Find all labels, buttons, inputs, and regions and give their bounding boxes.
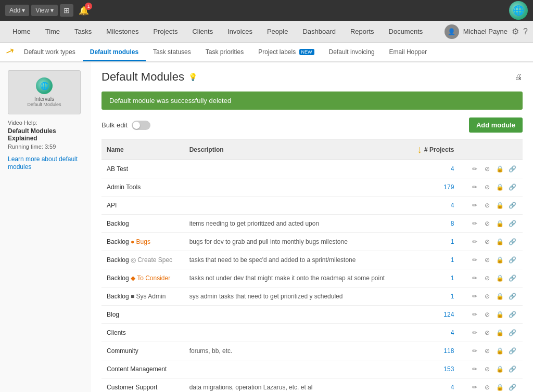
- delete-icon[interactable]: ⊘: [482, 328, 492, 338]
- print-button[interactable]: 🖨: [514, 72, 523, 82]
- delete-icon[interactable]: ⊘: [482, 291, 492, 302]
- edit-icon[interactable]: ✏: [469, 364, 480, 374]
- subnav-work-types[interactable]: Default work types: [17, 44, 83, 61]
- lock-icon[interactable]: 🔒: [494, 309, 505, 320]
- lock-icon[interactable]: 🔒: [494, 364, 505, 374]
- project-count-link[interactable]: 1: [451, 275, 454, 282]
- nav-tasks[interactable]: Tasks: [67, 22, 99, 41]
- nav-projects[interactable]: Projects: [146, 22, 185, 41]
- link-icon[interactable]: 🔗: [507, 273, 517, 283]
- edit-icon[interactable]: ✏: [469, 382, 480, 392]
- link-icon[interactable]: 🔗: [507, 218, 517, 229]
- lock-icon[interactable]: 🔒: [494, 346, 505, 356]
- lock-icon[interactable]: 🔒: [494, 164, 505, 174]
- edit-icon[interactable]: ✏: [469, 273, 480, 283]
- link-icon[interactable]: 🔗: [507, 200, 517, 211]
- edit-icon[interactable]: ✏: [469, 218, 480, 229]
- grid-icon-button[interactable]: ⊞: [60, 4, 73, 17]
- edit-icon[interactable]: ✏: [469, 309, 480, 320]
- project-count-link[interactable]: 124: [443, 311, 454, 318]
- lock-icon[interactable]: 🔒: [494, 291, 505, 302]
- help-icon[interactable]: ?: [523, 27, 528, 36]
- delete-icon[interactable]: ⊘: [482, 382, 492, 392]
- lock-icon[interactable]: 🔒: [494, 182, 505, 192]
- subnav-priorities[interactable]: Task priorities: [198, 44, 251, 61]
- nav-milestones[interactable]: Milestones: [99, 22, 146, 41]
- delete-icon[interactable]: ⊘: [482, 364, 492, 374]
- nav-time[interactable]: Time: [38, 22, 67, 41]
- edit-icon[interactable]: ✏: [469, 182, 480, 192]
- lock-icon[interactable]: 🔒: [494, 200, 505, 211]
- edit-icon[interactable]: ✏: [469, 164, 480, 174]
- link-icon[interactable]: 🔗: [507, 309, 517, 320]
- video-thumb-label: Intervals: [34, 96, 54, 102]
- video-thumbnail[interactable]: 🌐 Intervals Default Modules: [8, 70, 81, 114]
- col-projects-label: # Projects: [424, 146, 454, 153]
- view-button[interactable]: View ▾: [31, 5, 58, 16]
- nav-dashboard[interactable]: Dashboard: [295, 22, 343, 41]
- edit-icon[interactable]: ✏: [469, 291, 480, 302]
- link-icon[interactable]: 🔗: [507, 164, 517, 174]
- subnav-arrow-indicator: ↙: [3, 45, 16, 59]
- subnav-email-hopper[interactable]: Email Hopper: [382, 44, 435, 61]
- link-icon[interactable]: 🔗: [507, 255, 517, 265]
- link-icon[interactable]: 🔗: [507, 382, 517, 392]
- link-icon[interactable]: 🔗: [507, 237, 517, 247]
- modules-table: Name Description ↓ # Projects AB Test4 ✏…: [101, 139, 523, 392]
- edit-icon[interactable]: ✏: [469, 346, 480, 356]
- project-count-link[interactable]: 8: [451, 220, 454, 227]
- learn-more-link[interactable]: Learn more about default modules: [8, 155, 78, 171]
- delete-icon[interactable]: ⊘: [482, 346, 492, 356]
- project-count-link[interactable]: 4: [451, 202, 454, 209]
- lock-icon[interactable]: 🔒: [494, 255, 505, 265]
- link-icon[interactable]: 🔗: [507, 182, 517, 192]
- lock-icon[interactable]: 🔒: [494, 273, 505, 283]
- settings-icon[interactable]: ⚙: [512, 27, 519, 36]
- delete-icon[interactable]: ⊘: [482, 273, 492, 283]
- edit-icon[interactable]: ✏: [469, 237, 480, 247]
- project-count-link[interactable]: 153: [443, 365, 454, 373]
- subnav-labels[interactable]: Project labels NEW: [251, 44, 321, 61]
- delete-icon[interactable]: ⊘: [482, 218, 492, 229]
- delete-icon[interactable]: ⊘: [482, 182, 492, 192]
- project-count-link[interactable]: 4: [451, 384, 454, 391]
- info-icon[interactable]: 💡: [188, 73, 197, 81]
- project-count-link[interactable]: 118: [443, 347, 454, 355]
- bell-button[interactable]: 🔔 1: [79, 6, 89, 16]
- nav-home[interactable]: Home: [5, 22, 38, 41]
- link-icon[interactable]: 🔗: [507, 364, 517, 374]
- delete-icon[interactable]: ⊘: [482, 309, 492, 320]
- lock-icon[interactable]: 🔒: [494, 218, 505, 229]
- add-button[interactable]: Add ▾: [5, 5, 29, 16]
- edit-icon[interactable]: ✏: [469, 328, 480, 338]
- link-icon[interactable]: 🔗: [507, 291, 517, 302]
- lock-icon[interactable]: 🔒: [494, 237, 505, 247]
- delete-icon[interactable]: ⊘: [482, 164, 492, 174]
- add-module-button[interactable]: Add module: [469, 117, 523, 133]
- nav-documents[interactable]: Documents: [382, 22, 430, 41]
- nav-people[interactable]: People: [260, 22, 295, 41]
- nav-clients[interactable]: Clients: [185, 22, 220, 41]
- delete-icon[interactable]: ⊘: [482, 255, 492, 265]
- nav-reports[interactable]: Reports: [343, 22, 382, 41]
- link-icon[interactable]: 🔗: [507, 328, 517, 338]
- delete-icon[interactable]: ⊘: [482, 237, 492, 247]
- project-count-link[interactable]: 179: [443, 184, 454, 191]
- subnav-invoicing[interactable]: Default invoicing: [322, 44, 382, 61]
- bulk-edit-toggle[interactable]: [132, 121, 150, 130]
- project-count-link[interactable]: 1: [451, 238, 454, 245]
- subnav-modules[interactable]: Default modules: [83, 44, 146, 61]
- edit-icon[interactable]: ✏: [469, 255, 480, 265]
- project-count-link[interactable]: 1: [451, 293, 454, 300]
- lock-icon[interactable]: 🔒: [494, 328, 505, 338]
- delete-icon[interactable]: ⊘: [482, 200, 492, 211]
- edit-icon[interactable]: ✏: [469, 200, 480, 211]
- view-label: View: [35, 7, 49, 14]
- nav-invoices[interactable]: Invoices: [220, 22, 260, 41]
- lock-icon[interactable]: 🔒: [494, 382, 505, 392]
- project-count-link[interactable]: 1: [451, 256, 454, 264]
- project-count-link[interactable]: 4: [451, 165, 454, 173]
- subnav-statuses[interactable]: Task statuses: [146, 44, 198, 61]
- project-count-link[interactable]: 4: [451, 329, 454, 336]
- link-icon[interactable]: 🔗: [507, 346, 517, 356]
